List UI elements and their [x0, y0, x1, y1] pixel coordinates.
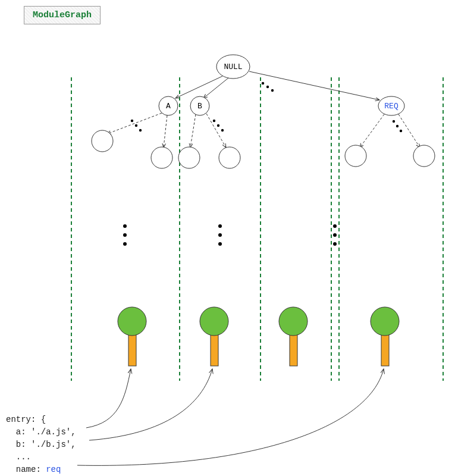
arrow-b-tree	[89, 369, 212, 440]
svg-point-13	[123, 233, 127, 237]
node-b-label: B	[197, 102, 202, 111]
node-a-label: A	[166, 102, 171, 111]
tree-3	[279, 307, 307, 366]
code-a-key: a:	[6, 427, 26, 437]
edge-null-a	[175, 76, 222, 98]
code-ellipsis: ...	[6, 451, 76, 464]
code-line-b: b: './b.js',	[6, 439, 76, 451]
svg-point-0	[262, 82, 264, 84]
svg-point-20	[333, 242, 337, 246]
leaf-a-2	[151, 147, 172, 168]
edge-b-l	[190, 114, 196, 148]
svg-point-2	[271, 89, 274, 92]
svg-point-8	[221, 129, 224, 131]
code-line-a: a: './a.js',	[6, 426, 76, 439]
node-null-label: NULL	[224, 62, 242, 71]
svg-point-14	[123, 242, 127, 246]
svg-point-6	[213, 120, 215, 122]
dots-b	[213, 120, 224, 131]
svg-point-19	[333, 233, 337, 237]
code-a-val: './a.js',	[26, 427, 76, 437]
arrow-a-tree	[86, 369, 131, 428]
dots-root	[262, 82, 274, 92]
svg-point-15	[218, 224, 222, 228]
code-entry-open: entry: {	[6, 414, 76, 426]
diagram-canvas: NULL A B REQ	[0, 0, 455, 476]
edge-a-r	[164, 115, 167, 148]
dots-a	[131, 120, 142, 131]
edge-req-l	[360, 114, 384, 148]
svg-point-11	[400, 130, 402, 132]
svg-point-1	[266, 86, 269, 88]
leaf-b-1	[178, 147, 200, 168]
code-name-val: req	[41, 465, 61, 474]
code-name-key: name:	[6, 465, 41, 474]
svg-point-5	[139, 129, 142, 131]
svg-point-28	[371, 307, 399, 336]
mid-dots-2	[218, 224, 222, 246]
svg-point-9	[393, 120, 395, 123]
svg-point-4	[135, 124, 137, 127]
tree-1	[118, 307, 146, 366]
tree-4	[371, 307, 399, 366]
mid-dots-1	[123, 224, 127, 246]
arrow-req-tree	[77, 369, 384, 465]
dots-req	[393, 120, 402, 132]
code-b-key: b:	[6, 440, 26, 449]
svg-point-18	[333, 224, 337, 228]
svg-point-16	[218, 233, 222, 237]
node-req-label: REQ	[384, 102, 398, 111]
edge-null-b	[203, 78, 228, 98]
svg-point-26	[279, 307, 307, 336]
svg-point-3	[131, 120, 133, 122]
tree-2	[200, 307, 228, 366]
svg-point-22	[118, 307, 146, 336]
entry-code-block: entry: { a: './a.js', b: './b.js', ... n…	[6, 414, 76, 476]
svg-point-24	[200, 307, 228, 336]
leaf-b-2	[219, 147, 240, 168]
svg-point-7	[217, 124, 219, 127]
leaf-req-1	[345, 145, 366, 167]
svg-point-12	[123, 224, 127, 228]
leaf-a-1	[92, 130, 113, 152]
edge-null-req	[249, 71, 379, 100]
mid-dots-3	[333, 224, 337, 246]
svg-point-17	[218, 242, 222, 246]
leaf-req-2	[413, 145, 435, 167]
edge-a-l	[107, 113, 162, 134]
code-line-name: name: req	[6, 464, 76, 476]
svg-point-10	[396, 125, 398, 127]
code-b-val: './b.js',	[26, 440, 76, 449]
